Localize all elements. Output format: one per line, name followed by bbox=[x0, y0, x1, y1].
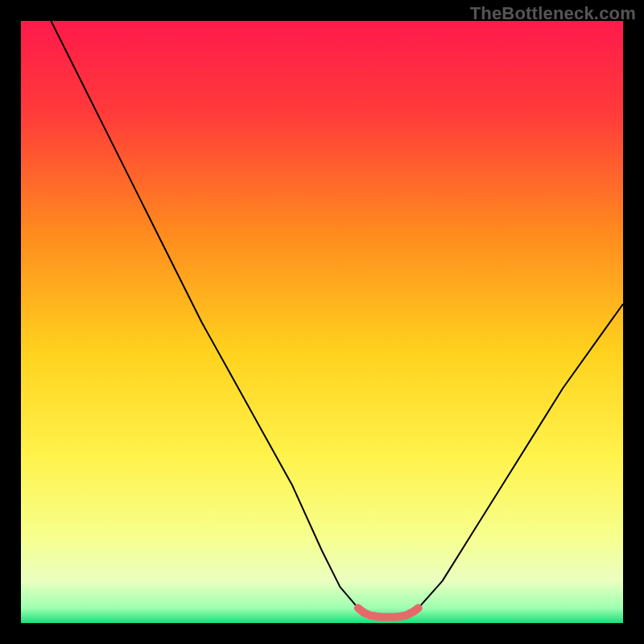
chart-frame: TheBottleneck.com bbox=[0, 0, 644, 644]
plot-area bbox=[21, 21, 623, 623]
gradient-background bbox=[21, 21, 623, 623]
chart-svg bbox=[21, 21, 623, 623]
